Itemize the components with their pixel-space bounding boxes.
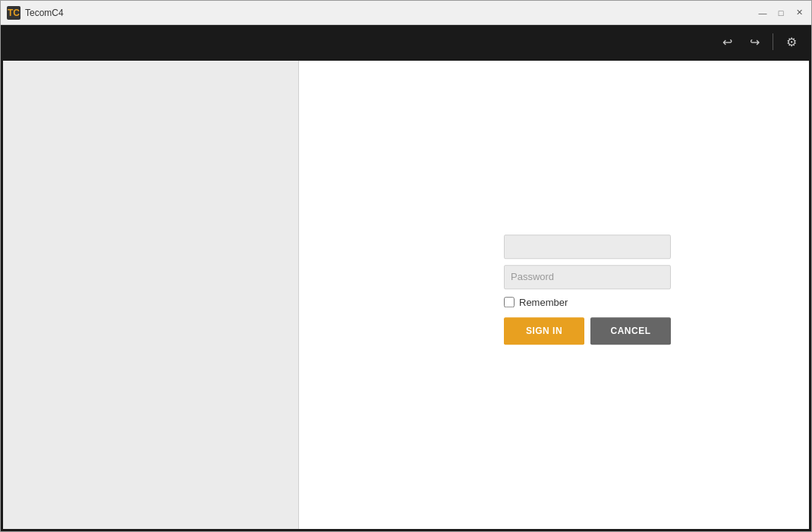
username-input[interactable] bbox=[504, 235, 671, 259]
remember-label[interactable]: Remember bbox=[519, 297, 568, 308]
app-icon: TC bbox=[7, 6, 20, 20]
close-button[interactable]: ✕ bbox=[793, 7, 805, 19]
remember-row: Remember bbox=[504, 297, 671, 308]
button-row: SIGN IN CANCEL bbox=[504, 317, 671, 345]
cancel-button[interactable]: CANCEL bbox=[590, 317, 671, 345]
title-bar: TC TecomC4 — □ ✕ bbox=[1, 1, 811, 25]
undo-button[interactable]: ↩ bbox=[716, 31, 738, 52]
redo-button[interactable]: ↪ bbox=[744, 31, 765, 52]
window-controls: — □ ✕ bbox=[757, 7, 805, 19]
signin-button[interactable]: SIGN IN bbox=[504, 317, 584, 345]
toolbar: ↩ ↪ ⚙ bbox=[1, 25, 811, 58]
minimize-button[interactable]: — bbox=[757, 7, 769, 19]
window-title: TecomC4 bbox=[25, 8, 757, 18]
settings-button[interactable]: ⚙ bbox=[781, 31, 802, 52]
toolbar-divider bbox=[773, 33, 773, 50]
remember-checkbox[interactable] bbox=[504, 297, 515, 307]
sidebar bbox=[3, 61, 299, 529]
password-input[interactable] bbox=[504, 265, 671, 289]
maximize-button[interactable]: □ bbox=[775, 7, 787, 19]
right-panel: Remember SIGN IN CANCEL bbox=[299, 61, 809, 529]
main-content: Remember SIGN IN CANCEL bbox=[1, 58, 811, 531]
app-window: TC TecomC4 — □ ✕ ↩ ↪ ⚙ Remember bbox=[0, 0, 812, 532]
login-form: Remember SIGN IN CANCEL bbox=[504, 235, 671, 345]
